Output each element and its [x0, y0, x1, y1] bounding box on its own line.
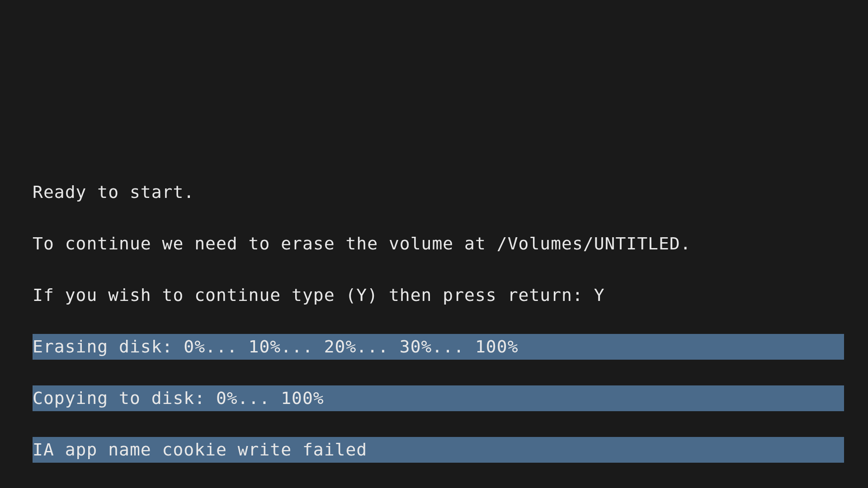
terminal-line-selected: Copying to disk: 0%... 100% [33, 385, 844, 411]
terminal-line: To continue we need to erase the volume … [33, 231, 844, 257]
terminal-line-selected: Erasing disk: 0%... 10%... 20%... 30%...… [33, 334, 844, 360]
terminal-line: Ready to start. [33, 179, 844, 205]
terminal-line-selected: IA app name cookie write failed [33, 437, 844, 463]
terminal-output[interactable]: Ready to start. To continue we need to e… [33, 154, 844, 488]
terminal-line: If you wish to continue type (Y) then pr… [33, 282, 844, 308]
